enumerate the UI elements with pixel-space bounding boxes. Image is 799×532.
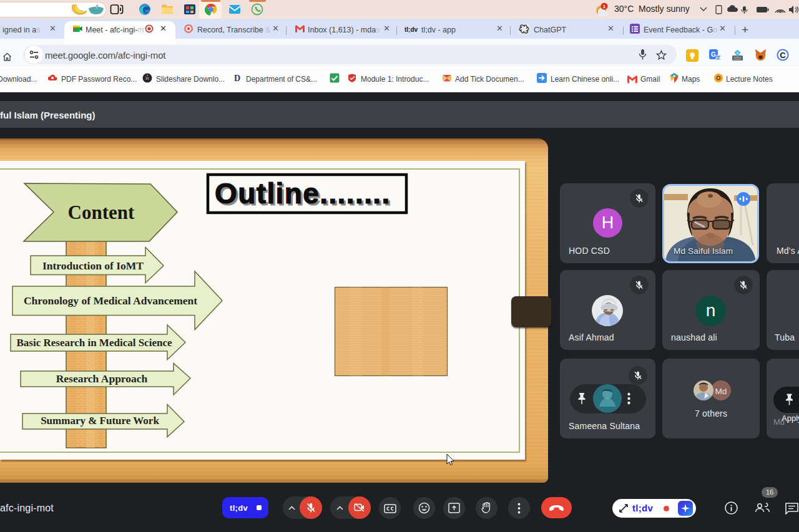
svg-text:D: D — [234, 74, 240, 83]
svg-text:Outline........: Outline........ — [215, 177, 391, 210]
svg-text:Md: Md — [715, 387, 727, 396]
svg-text:G: G — [711, 51, 716, 58]
svg-text:Summary & Future Work: Summary & Future Work — [41, 415, 159, 427]
svg-text:文: 文 — [717, 55, 721, 60]
svg-text:Content: Content — [68, 201, 135, 223]
svg-text:in: in — [145, 76, 149, 80]
svg-text:Chronology of Medical Advancem: Chronology of Medical Advancement — [24, 294, 197, 307]
svg-text:Basic Research in Medical Scie: Basic Research in Medical Science — [17, 337, 172, 349]
svg-text:1: 1 — [603, 4, 606, 9]
svg-text:Research Approach: Research Approach — [56, 372, 148, 385]
svg-text:C: C — [780, 51, 786, 60]
svg-text:Introduction of IoMT: Introduction of IoMT — [42, 259, 144, 272]
